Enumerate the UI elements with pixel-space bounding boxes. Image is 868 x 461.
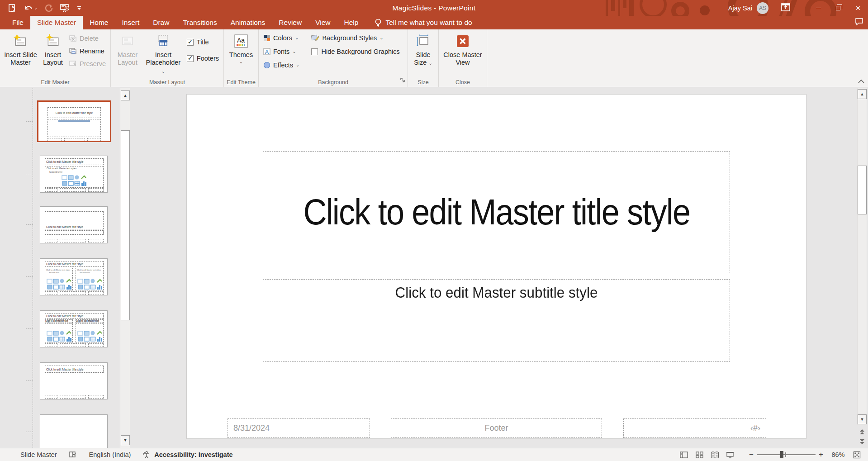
tell-me-label: Tell me what you want to do: [385, 19, 472, 27]
thumbnail-layout-section-header[interactable]: Click to edit Master title style: [40, 206, 108, 243]
collapse-ribbon-icon[interactable]: [857, 78, 865, 86]
footer-placeholder[interactable]: Footer: [391, 418, 602, 438]
colors-button[interactable]: Colors ⌄: [263, 33, 299, 43]
title-placeholder[interactable]: Click to edit Master title style: [263, 151, 730, 273]
comment-icon[interactable]: [855, 18, 863, 27]
zoom-out-button[interactable]: −: [746, 450, 757, 459]
thumbnail-slide-master[interactable]: Click to edit Master title style: [37, 100, 111, 142]
insert-layout-button[interactable]: Insert Layout: [39, 31, 66, 67]
slide-thumbnail-panel: Click to edit Master title style Click t…: [0, 88, 136, 448]
layout-connector-line: [33, 88, 33, 448]
slide-number-placeholder[interactable]: ‹#›: [623, 418, 766, 438]
customize-qat-icon[interactable]: [77, 5, 81, 11]
insert-slide-master-button[interactable]: Insert Slide Master: [2, 31, 39, 67]
hide-background-graphics-box[interactable]: [311, 48, 318, 55]
background-styles-chevron-icon: ⌄: [379, 36, 383, 40]
thumbnail-layout-two-content[interactable]: Click to edit Master title style Click t…: [40, 258, 108, 295]
thumbnail-layout-title-only[interactable]: Click to edit Master title style: [40, 362, 108, 399]
tab-help[interactable]: Help: [337, 16, 365, 29]
zoom-slider-handle[interactable]: [780, 451, 783, 458]
themes-button[interactable]: Aa Themes ⌄: [225, 31, 257, 64]
undo-dropdown-icon[interactable]: ⌄: [34, 5, 38, 10]
tab-home[interactable]: Home: [83, 16, 115, 29]
thumbnail-layout-blank[interactable]: [40, 414, 108, 448]
next-slide-button[interactable]: [858, 437, 867, 446]
user-name[interactable]: Ajay Sai: [728, 5, 752, 12]
background-styles-button[interactable]: Background Styles ⌄: [311, 33, 399, 43]
tell-me-box[interactable]: Tell me what you want to do: [375, 16, 472, 29]
rename-button[interactable]: Rename: [69, 46, 106, 56]
group-edit-master: Insert Slide Master Insert Layout Delete…: [0, 29, 111, 87]
normal-view-icon[interactable]: [676, 448, 692, 461]
group-master-layout: Master Layout Insert Placeholder ⌄ Title…: [111, 29, 224, 87]
tab-review[interactable]: Review: [272, 16, 308, 29]
thumbnail-layout-title-content[interactable]: Click to edit Master title style Click t…: [40, 156, 108, 193]
view-label[interactable]: Slide Master: [20, 451, 57, 458]
fonts-button[interactable]: A Fonts ⌄: [263, 47, 299, 57]
tab-transitions[interactable]: Transitions: [176, 16, 223, 29]
ribbon-display-options-icon[interactable]: [781, 3, 790, 13]
fonts-chevron-icon: ⌄: [292, 49, 296, 54]
fonts-icon: A: [263, 48, 270, 55]
canvas-scroll-up-icon[interactable]: ▲: [858, 89, 867, 99]
footers-checkbox[interactable]: Footers: [187, 53, 219, 63]
zoom-percentage[interactable]: 86%: [826, 451, 850, 458]
zoom-in-button[interactable]: +: [816, 450, 826, 459]
slideshow-view-icon[interactable]: [722, 448, 738, 461]
slide-canvas[interactable]: Click to edit Master title style Click t…: [186, 94, 806, 439]
fit-slide-to-window-icon[interactable]: [850, 448, 863, 461]
avatar[interactable]: AS: [757, 2, 768, 14]
thumbnail-layout-comparison[interactable]: Click to edit Master title style Click t…: [40, 310, 108, 347]
title-checkbox[interactable]: Title: [187, 37, 219, 47]
redo-icon[interactable]: [45, 4, 53, 12]
canvas-scrollbar[interactable]: ▲ ▼: [856, 88, 868, 448]
slide-sorter-icon[interactable]: [692, 448, 707, 461]
language-label[interactable]: English (India): [89, 451, 131, 458]
save-icon[interactable]: [8, 4, 17, 12]
footers-checkbox-box[interactable]: [187, 55, 194, 62]
effects-button[interactable]: Effects ⌄: [263, 60, 299, 70]
canvas-scroll-thumb[interactable]: [858, 166, 867, 214]
previous-slide-button[interactable]: [858, 427, 867, 436]
restore-button[interactable]: [828, 0, 848, 16]
canvas-scroll-down-icon[interactable]: ▼: [858, 414, 867, 424]
lightbulb-icon: [375, 19, 381, 27]
date-placeholder[interactable]: 8/31/2024: [228, 418, 370, 438]
thumbnail-scroll-thumb[interactable]: [121, 130, 130, 320]
reading-view-icon[interactable]: [707, 448, 722, 461]
zoom-slider[interactable]: [757, 454, 816, 455]
close-master-view-button[interactable]: Close Master View: [441, 31, 485, 67]
tab-slide-master[interactable]: Slide Master: [30, 16, 83, 29]
subtitle-placeholder[interactable]: Click to edit Master subtitle style: [263, 279, 730, 362]
thumbnail-scroll-down-icon[interactable]: ▼: [121, 435, 130, 445]
hide-background-graphics-checkbox[interactable]: Hide Background Graphics: [311, 47, 399, 57]
accessibility-status[interactable]: Accessibility: Investigate: [142, 451, 232, 459]
slide-size-icon: [416, 33, 431, 49]
group-background: Colors ⌄ A Fonts ⌄ Effects ⌄ Background: [259, 29, 408, 87]
tab-insert[interactable]: Insert: [115, 16, 147, 29]
start-slideshow-icon[interactable]: [60, 4, 70, 12]
spell-check-icon[interactable]: [69, 451, 77, 458]
colors-chevron-icon: ⌄: [295, 36, 299, 40]
thumbnail-scroll-up-icon[interactable]: ▲: [121, 90, 130, 100]
minimize-button[interactable]: [808, 0, 828, 16]
effects-icon: [263, 62, 270, 69]
group-label-master-layout: Master Layout: [111, 79, 223, 86]
insert-placeholder-icon: [157, 33, 170, 49]
slide-size-button[interactable]: Slide Size ⌄: [410, 31, 436, 67]
tab-draw[interactable]: Draw: [146, 16, 176, 29]
group-size: Slide Size ⌄ Size: [408, 29, 439, 87]
insert-placeholder-button[interactable]: Insert Placeholder ⌄: [142, 31, 184, 75]
slide-size-chevron-icon: ⌄: [428, 61, 432, 66]
powerpoint-window: ⌄ MagicSlides - PowerPoint Ajay Sai AS ×: [0, 0, 868, 461]
svg-text:Aa: Aa: [237, 37, 245, 44]
tab-view[interactable]: View: [308, 16, 337, 29]
undo-icon[interactable]: ⌄: [24, 5, 38, 12]
title-checkbox-box[interactable]: [187, 39, 194, 46]
tab-file[interactable]: File: [5, 16, 30, 29]
tab-animations[interactable]: Animations: [224, 16, 272, 29]
thumbnail-scrollbar[interactable]: ▲ ▼: [120, 88, 130, 448]
close-button[interactable]: ×: [848, 0, 868, 16]
group-label-size: Size: [408, 79, 438, 86]
group-label-edit-theme: Edit Theme: [224, 79, 258, 86]
